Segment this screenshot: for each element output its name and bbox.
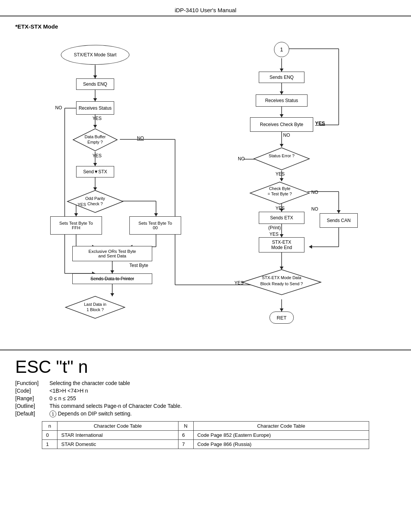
default-label: [Default] xyxy=(15,411,49,417)
row2-n: 1 xyxy=(42,440,57,449)
svg-text:Odd Parity: Odd Parity xyxy=(85,196,105,201)
table-row: 1 STAR Domestic 7 Code Page 866 (Russia) xyxy=(42,440,369,449)
col-n: n xyxy=(42,422,57,431)
check-byte-test-diamond: Check Byte = Test Byte ? xyxy=(249,181,310,205)
svg-marker-19 xyxy=(154,213,158,216)
table-header-row: n Character Code Table N Character Code … xyxy=(42,422,369,431)
col-char-code-2: Character Code Table xyxy=(193,422,369,431)
svg-text:Block Ready to Send ?: Block Ready to Send ? xyxy=(260,281,303,286)
svg-marker-41 xyxy=(280,178,284,181)
code-row: [Code] <1B>H <74>H n xyxy=(15,388,396,394)
row1-code1: STAR International xyxy=(57,431,178,440)
range-row: [Range] 0 ≤ n ≤ 255 xyxy=(15,395,396,401)
sends-etx-box: Sends ETX xyxy=(259,212,304,224)
yes-status-error: YES xyxy=(276,171,285,177)
svg-marker-38 xyxy=(280,144,284,147)
yes-parity-left: YES xyxy=(78,202,86,207)
receives-status-left: Receives Status xyxy=(76,101,114,115)
yes-data-block: YES xyxy=(234,280,244,286)
row1-n: 0 xyxy=(42,431,57,440)
exclusive-ors-box: Exclusive ORs Test Byteand Sent Data xyxy=(72,246,152,261)
svg-text:Empty ?: Empty ? xyxy=(88,140,103,144)
last-data-block-diamond: Last Data in 1 Block ? xyxy=(65,296,126,319)
odd-parity-diamond: Odd Parity Check ? xyxy=(67,190,124,213)
receives-status-right: Receives Status xyxy=(256,94,307,107)
yes-label-receives-status: YES xyxy=(92,116,102,121)
section-title: *ETX-STX Mode xyxy=(15,23,396,30)
no-label-receives-status: NO xyxy=(55,105,62,110)
svg-text:Check ?: Check ? xyxy=(88,201,103,206)
svg-text:Check Byte: Check Byte xyxy=(269,186,290,191)
receives-check-byte: Receives Check Byte xyxy=(250,117,313,132)
character-code-table: n Character Code Table N Character Code … xyxy=(42,421,369,449)
start-oval: STX/ETX Mode Start xyxy=(61,45,129,65)
sets-test-00: Sets Test Byte To00 xyxy=(129,216,181,235)
svg-marker-31 xyxy=(280,69,284,72)
code-label: [Code] xyxy=(15,388,49,394)
outline-label: [Outline] xyxy=(15,403,49,409)
no-check-byte: NO xyxy=(311,190,318,195)
sets-test-ffh: Sets Test Byte ToFFH xyxy=(50,216,102,235)
send-stx-box: Send▼STX xyxy=(76,166,114,177)
svg-marker-72 xyxy=(254,148,309,170)
svg-marker-8 xyxy=(93,125,97,128)
ret-circle: RET xyxy=(269,312,294,324)
svg-text:STX-ETX Mode Data: STX-ETX Mode Data xyxy=(262,275,301,280)
content-area: *ETX-STX Mode xyxy=(0,16,411,346)
page-header: iDP-3410 User's Manual xyxy=(0,0,411,16)
svg-marker-16 xyxy=(74,213,78,216)
yes-data-buffer: YES xyxy=(92,153,102,158)
svg-text:Status Error ?: Status Error ? xyxy=(269,153,295,158)
svg-marker-3 xyxy=(93,98,97,101)
svg-text:Data Buffer: Data Buffer xyxy=(84,134,106,139)
yes-stx-etx: YES xyxy=(269,232,279,237)
svg-marker-48 xyxy=(280,234,284,237)
circle-1-inline: 1 xyxy=(49,411,56,417)
range-label: [Range] xyxy=(15,395,49,401)
data-buffer-empty-diamond: Data Buffer Empty ? xyxy=(72,128,118,152)
code-value: <1B>H <74>H n xyxy=(49,388,396,394)
svg-marker-35 xyxy=(280,114,284,117)
no-data-buffer: NO xyxy=(137,136,144,141)
no-status-error: NO xyxy=(238,156,245,161)
page-title: iDP-3410 User's Manual xyxy=(175,7,236,13)
sends-enq-left: Sends ENQ xyxy=(76,78,114,90)
svg-text:= Test Byte ?: = Test Byte ? xyxy=(268,192,292,196)
svg-text:1 Block ?: 1 Block ? xyxy=(86,307,104,312)
svg-marker-44 xyxy=(337,210,341,213)
yes-check-byte: YES xyxy=(276,206,285,211)
print-label: (Print) xyxy=(268,225,281,230)
svg-text:Last Data in: Last Data in xyxy=(84,302,107,307)
no-sends-can: NO xyxy=(311,206,318,212)
flowchart-diagram: STX/ETX Mode Start Sends ENQ NO Receives… xyxy=(23,34,388,346)
svg-marker-57 xyxy=(280,308,284,312)
no-receives-check: NO xyxy=(283,133,290,138)
esc-title: ESC "t" n xyxy=(15,356,88,377)
svg-marker-26 xyxy=(110,270,114,273)
row2-N: 7 xyxy=(178,440,193,449)
row1-N: 6 xyxy=(178,431,193,440)
stx-etx-data-block-diamond: STX-ETX Mode Data Block Ready to Send ? xyxy=(242,269,322,296)
svg-marker-33 xyxy=(280,91,284,94)
svg-marker-1 xyxy=(93,75,97,78)
range-value: 0 ≤ n ≤ 255 xyxy=(49,395,396,401)
circle-1: 1 xyxy=(274,42,289,57)
sends-data-printer: Sends Data to Printer xyxy=(72,273,152,284)
status-error-diamond: Status Error ? xyxy=(253,147,310,171)
yes-receives-check: YES xyxy=(315,120,325,126)
default-row: [Default] 1 Depends on DIP switch settin… xyxy=(15,411,396,417)
function-label: [Function] xyxy=(15,380,49,386)
stx-etx-mode-end: STX-ETXMode End xyxy=(259,237,304,252)
svg-marker-51 xyxy=(309,245,312,249)
default-value: 1 Depends on DIP switch setting. xyxy=(49,411,396,417)
row1-code2: Code Page 852 (Eastern Europe) xyxy=(193,431,369,440)
test-byte-label: Test Byte xyxy=(129,263,148,268)
col-N: N xyxy=(178,422,193,431)
lower-section: ESC "t" n [Function] Selecting the chara… xyxy=(0,350,411,449)
outline-row: [Outline] This command selects Page-n of… xyxy=(15,403,396,409)
sends-enq-right: Sends ENQ xyxy=(259,72,304,83)
svg-marker-10 xyxy=(93,163,97,166)
sends-can-box: Sends CAN xyxy=(320,213,358,228)
page: iDP-3410 User's Manual *ETX-STX Mode xyxy=(0,0,411,532)
row2-code2: Code Page 866 (Russia) xyxy=(193,440,369,449)
